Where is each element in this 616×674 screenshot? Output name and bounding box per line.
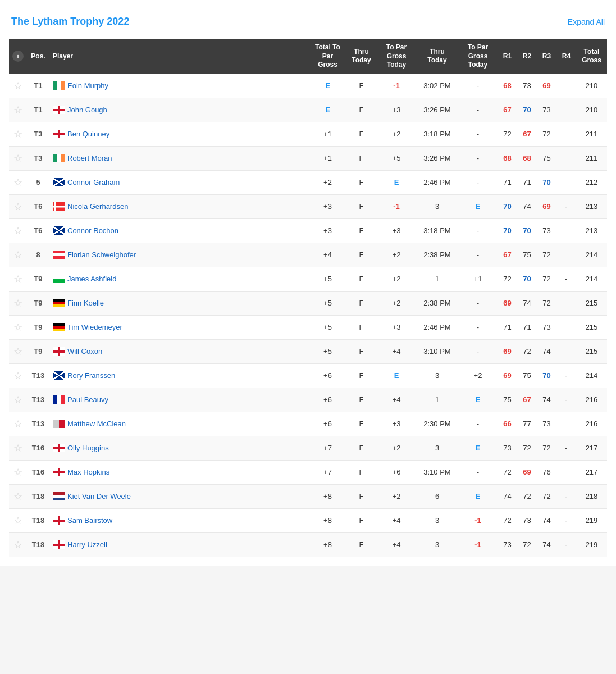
- to-par-gross-today-2: +2: [458, 363, 498, 388]
- table-row: ☆ T18 Kiet Van Der Weele +8 F +2 6 E 74 …: [9, 484, 607, 508]
- to-par-gross-today-2: -: [458, 460, 498, 484]
- total-to-par: E: [309, 98, 346, 122]
- thru-today-1: F: [346, 98, 377, 122]
- to-par-gross-today-1: +3: [377, 98, 416, 122]
- player-cell: Kiet Van Der Weele: [49, 484, 309, 508]
- table-row: ☆ T16 Olly Huggins +7 F +2 3 E 73 72 72 …: [9, 436, 607, 460]
- round-1-score: 75: [498, 388, 517, 412]
- favorite-star[interactable]: ☆: [13, 298, 22, 309]
- round-3-score: 69: [537, 74, 556, 98]
- player-cell: Ben Quinney: [49, 122, 309, 146]
- favorite-star[interactable]: ☆: [13, 225, 22, 236]
- total-to-par: +8: [309, 484, 346, 508]
- total-to-par: +5: [309, 339, 346, 363]
- thru-today-1: F: [346, 267, 377, 291]
- total-gross-score: 215: [576, 291, 607, 315]
- round-2-score: 74: [517, 291, 537, 315]
- total-to-par: +1: [309, 122, 346, 146]
- favorite-star[interactable]: ☆: [13, 274, 22, 285]
- favorite-star[interactable]: ☆: [13, 394, 22, 406]
- round-2-score: 73: [517, 508, 537, 532]
- player-cell: Eoin Murphy: [49, 74, 309, 98]
- thru-today-1: F: [346, 315, 377, 339]
- round-4-score: [556, 122, 576, 146]
- player-name[interactable]: Harry Uzzell: [67, 540, 107, 549]
- favorite-star[interactable]: ☆: [13, 129, 22, 140]
- info-icon[interactable]: i: [12, 51, 24, 62]
- player-name[interactable]: Sam Bairstow: [67, 516, 112, 525]
- player-name[interactable]: Olly Huggins: [67, 444, 109, 452]
- player-name[interactable]: Nicola Gerhardsen: [67, 202, 128, 211]
- round-1-score: 67: [498, 98, 517, 122]
- favorite-star[interactable]: ☆: [13, 80, 22, 92]
- player-name[interactable]: Robert Moran: [67, 154, 112, 162]
- player-name[interactable]: Tim Wiedemeyer: [67, 323, 122, 331]
- to-par-gross-today-2: -: [458, 315, 498, 339]
- leaderboard-table: i Pos. Player Total To Par Gross Thru To…: [9, 39, 607, 557]
- round-4-score: [556, 243, 576, 267]
- table-row: ☆ T9 James Ashfield +5 F +2 1 +1 72 70 7…: [9, 267, 607, 291]
- player-cell: Finn Koelle: [49, 291, 309, 315]
- player-name[interactable]: John Gough: [67, 106, 107, 114]
- favorite-star[interactable]: ☆: [13, 249, 22, 261]
- player-name[interactable]: Finn Koelle: [67, 299, 104, 307]
- table-row: ☆ T18 Harry Uzzell +8 F +4 3 -1 73 72 74…: [9, 532, 607, 557]
- favorite-star[interactable]: ☆: [13, 515, 22, 526]
- col-player-header: Player: [49, 39, 309, 74]
- to-par-gross-today-2: -: [458, 218, 498, 243]
- favorite-star[interactable]: ☆: [13, 346, 22, 357]
- favorite-star[interactable]: ☆: [13, 491, 22, 502]
- favorite-star[interactable]: ☆: [13, 153, 22, 164]
- player-name[interactable]: Paul Beauvy: [67, 395, 108, 404]
- expand-all-button[interactable]: Expand All: [568, 17, 605, 26]
- player-name[interactable]: Will Coxon: [67, 347, 102, 356]
- player-name[interactable]: Rory Franssen: [67, 371, 115, 380]
- round-3-score: 74: [537, 339, 556, 363]
- favorite-star[interactable]: ☆: [13, 370, 22, 381]
- player-cell: James Ashfield: [49, 267, 309, 291]
- player-name[interactable]: Ben Quinney: [67, 130, 109, 138]
- player-name[interactable]: Kiet Van Der Weele: [67, 492, 131, 500]
- favorite-star[interactable]: ☆: [13, 201, 22, 212]
- round-4-score: [556, 460, 576, 484]
- round-3-score: 73: [537, 315, 556, 339]
- favorite-star[interactable]: ☆: [13, 539, 22, 550]
- round-4-score: -: [556, 194, 576, 218]
- player-name[interactable]: Matthew McClean: [67, 420, 126, 428]
- round-3-score: 72: [537, 267, 556, 291]
- favorite-star[interactable]: ☆: [13, 443, 22, 454]
- player-name[interactable]: Max Hopkins: [67, 468, 109, 476]
- favorite-star[interactable]: ☆: [13, 467, 22, 478]
- star-cell: ☆: [9, 436, 27, 460]
- favorite-star[interactable]: ☆: [13, 177, 22, 188]
- favorite-star[interactable]: ☆: [13, 322, 22, 333]
- table-row: ☆ T6 Nicola Gerhardsen +3 F -1 3 E 70 74…: [9, 194, 607, 218]
- thru-today-2: 1: [416, 388, 458, 412]
- round-2-score: 72: [517, 532, 537, 557]
- thru-today-1: F: [346, 122, 377, 146]
- thru-today-1: F: [346, 388, 377, 412]
- thru-today-2: 3:02 PM: [416, 74, 458, 98]
- star-cell: ☆: [9, 194, 27, 218]
- player-name[interactable]: James Ashfield: [67, 275, 116, 283]
- player-name[interactable]: Eoin Murphy: [67, 81, 108, 90]
- position: T9: [27, 315, 49, 339]
- round-2-score: 71: [517, 170, 537, 194]
- round-3-score: 69: [537, 194, 556, 218]
- table-row: ☆ T16 Max Hopkins +7 F +6 3:10 PM - 72 6…: [9, 460, 607, 484]
- to-par-gross-today-1: +3: [377, 412, 416, 436]
- player-name[interactable]: Connor Rochon: [67, 226, 118, 235]
- favorite-star[interactable]: ☆: [13, 104, 22, 116]
- to-par-gross-today-1: +6: [377, 460, 416, 484]
- position: T18: [27, 484, 49, 508]
- player-cell: Connor Rochon: [49, 218, 309, 243]
- total-to-par: +2: [309, 170, 346, 194]
- position: T13: [27, 412, 49, 436]
- round-4-score: [556, 98, 576, 122]
- player-name[interactable]: Florian Schweighofer: [67, 251, 136, 259]
- thru-today-2: 3:26 PM: [416, 98, 458, 122]
- favorite-star[interactable]: ☆: [13, 418, 22, 430]
- position: T16: [27, 460, 49, 484]
- player-name[interactable]: Connor Graham: [67, 178, 120, 186]
- round-1-score: 72: [498, 460, 517, 484]
